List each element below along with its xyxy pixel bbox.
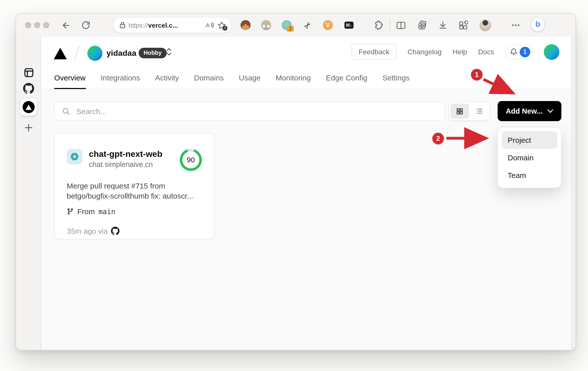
grid-view-button[interactable] xyxy=(450,104,469,119)
search-icon xyxy=(62,107,70,115)
openai-logo-icon xyxy=(67,149,82,164)
deploy-time: 35m ago via xyxy=(67,227,108,235)
project-domain[interactable]: chat.simplenaive.cn xyxy=(89,161,162,169)
plan-badge: Hobby xyxy=(139,48,167,58)
svg-text:A: A xyxy=(206,22,209,28)
browser-window: https://vercel.c... A + xyxy=(16,13,576,350)
project-name[interactable]: chat-gpt-next-web xyxy=(89,149,162,160)
tab-overview[interactable]: Overview xyxy=(54,73,86,83)
favorites-star-icon[interactable]: + xyxy=(217,21,226,29)
project-card[interactable]: chat-gpt-next-web chat.simplenaive.cn 90… xyxy=(54,133,214,239)
team-avatar[interactable] xyxy=(87,46,102,61)
breadcrumb-slash xyxy=(74,46,79,61)
add-new-button[interactable]: Add New... xyxy=(498,101,561,121)
list-view-button[interactable] xyxy=(470,104,488,119)
tab-domains[interactable]: Domains xyxy=(194,73,224,83)
vercel-icon xyxy=(23,101,35,113)
vercel-page: yidadaa Hobby Feedback Changelog Help Do… xyxy=(41,37,571,350)
traffic-light-close[interactable] xyxy=(25,22,31,28)
menu-item-domain[interactable]: Domain xyxy=(502,149,557,166)
downloads-icon[interactable] xyxy=(436,18,450,32)
browser-profile-avatar[interactable] xyxy=(478,18,492,32)
browser-toolbar: https://vercel.c... A + xyxy=(16,14,575,37)
extension-badge: 2 xyxy=(287,26,294,32)
vercel-header: yidadaa Hobby Feedback Changelog Help Do… xyxy=(41,37,571,89)
search-box[interactable] xyxy=(54,102,445,121)
vercel-logo[interactable] xyxy=(54,48,67,61)
address-bar[interactable]: https://vercel.c... A + xyxy=(113,18,231,33)
projects-content: Add New... Project Domain Team ch xyxy=(41,89,571,350)
tab-activity[interactable]: Activity xyxy=(155,73,179,83)
traffic-light-zoom[interactable] xyxy=(43,22,49,28)
branch-prefix: From xyxy=(77,207,95,216)
tab-monitoring[interactable]: Monitoring xyxy=(276,73,311,83)
apps-grid-icon[interactable] xyxy=(456,18,470,32)
extensions-puzzle-icon[interactable] xyxy=(372,18,386,32)
search-input[interactable] xyxy=(75,106,437,116)
annotation-step-1: 1 xyxy=(471,69,483,80)
right-scroll-rail xyxy=(571,37,575,350)
refresh-icon[interactable] xyxy=(79,18,93,32)
traffic-light-minimize[interactable] xyxy=(34,22,40,28)
sidebar-divider xyxy=(22,117,36,117)
toolbar-separator xyxy=(390,20,390,31)
changelog-link[interactable]: Changelog xyxy=(407,48,441,56)
team-name[interactable]: yidadaa xyxy=(106,49,136,58)
sidebar-vercel-item-active[interactable] xyxy=(16,99,41,116)
feedback-button[interactable]: Feedback xyxy=(351,44,396,60)
github-icon xyxy=(111,227,119,235)
tab-edge-config[interactable]: Edge Config xyxy=(326,73,367,83)
account-avatar[interactable] xyxy=(544,44,559,60)
sidebar-github-icon[interactable] xyxy=(16,83,41,94)
sidebar-add-icon[interactable] xyxy=(16,123,41,133)
badged-extension-icon[interactable]: 2 xyxy=(280,18,294,32)
bell-icon xyxy=(510,48,518,56)
notification-count-badge: 1 xyxy=(520,47,530,57)
view-toggle xyxy=(448,102,490,121)
help-link[interactable]: Help xyxy=(453,48,467,56)
menu-item-team[interactable]: Team xyxy=(502,166,557,184)
read-aloud-icon[interactable]: A xyxy=(205,21,214,29)
sidebar-layout-icon[interactable] xyxy=(16,67,41,78)
team-switcher-icon[interactable] xyxy=(166,47,172,58)
notifications-button[interactable]: 1 xyxy=(505,44,533,59)
markdown-extension-icon[interactable]: M↓ xyxy=(342,18,356,32)
persona-extension-icon[interactable] xyxy=(259,18,273,32)
bing-chat-icon[interactable]: b xyxy=(531,17,545,31)
menu-item-project[interactable]: Project xyxy=(502,131,557,149)
tab-usage[interactable]: Usage xyxy=(239,73,261,83)
scissors-extension-icon[interactable]: ✂ xyxy=(301,18,315,32)
add-new-dropdown: Project Domain Team xyxy=(498,127,561,188)
tab-integrations[interactable]: Integrations xyxy=(101,73,140,83)
score-ring[interactable]: 90 xyxy=(180,149,202,171)
score-value: 90 xyxy=(187,156,195,164)
screenshot-stage: https://vercel.c... A + xyxy=(0,0,588,371)
annotation-step-2: 2 xyxy=(432,133,444,144)
vimium-extension-icon[interactable]: V xyxy=(321,18,335,32)
docs-link[interactable]: Docs xyxy=(478,48,494,56)
split-screen-icon[interactable] xyxy=(394,18,408,32)
url-text[interactable]: https://vercel.c... xyxy=(129,21,178,29)
commit-message[interactable]: Merge pull request #715 from betgo/bugfi… xyxy=(67,181,202,201)
tampermonkey-extension-icon[interactable] xyxy=(239,18,253,32)
branch-name[interactable]: main xyxy=(98,207,115,215)
git-branch-icon xyxy=(67,208,74,215)
lock-icon xyxy=(120,22,126,29)
chevron-down-icon xyxy=(547,109,553,113)
more-menu-icon[interactable]: ⋯ xyxy=(509,18,523,32)
collections-icon[interactable] xyxy=(415,18,429,32)
dashboard-tabs: Overview Integrations Activity Domains U… xyxy=(54,67,410,89)
edge-sidebar xyxy=(16,37,41,350)
star-plus-badge: + xyxy=(222,25,227,30)
back-icon[interactable] xyxy=(59,18,73,32)
tab-settings[interactable]: Settings xyxy=(382,73,409,83)
